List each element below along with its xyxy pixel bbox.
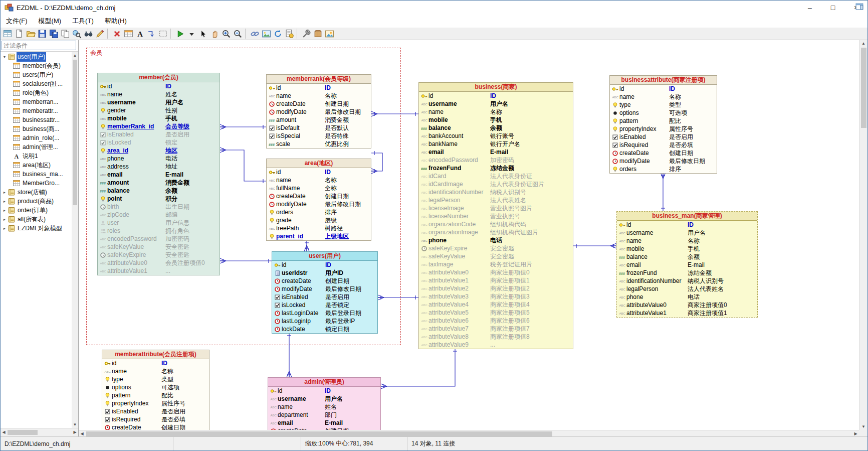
table-field-row[interactable]: isEnabled是否启用 <box>272 293 377 301</box>
tree-item-label[interactable]: role(角色) <box>22 88 50 98</box>
tree-item[interactable]: area(地区) <box>1 161 72 170</box>
table-field-row[interactable]: ABClicenseNumber营业执照号 <box>419 212 573 220</box>
tree-item[interactable]: role(角色) <box>1 88 72 97</box>
delete-icon[interactable] <box>111 28 123 39</box>
tree-item-label[interactable]: 说明1 <box>22 152 39 161</box>
cursor-icon[interactable] <box>197 28 209 39</box>
table-field-row[interactable]: isLocked锁定 <box>98 138 220 146</box>
table-field-row[interactable]: createDate创建日期 <box>102 423 209 430</box>
tree-item-label[interactable]: area(地区) <box>22 161 52 170</box>
scrollbar-thumb[interactable] <box>73 60 77 205</box>
table-title[interactable]: member(会员) <box>98 73 220 82</box>
collapse-arrow-icon[interactable]: ▼ <box>2 55 8 59</box>
table-field-row[interactable]: ABCusername用户名 <box>98 98 220 106</box>
table-field-row[interactable]: isRequired是否必填 <box>610 141 717 149</box>
table-field-row[interactable]: ###frozenFund冻结金额 <box>617 269 757 277</box>
table-field-row[interactable]: idID <box>102 359 209 367</box>
tree-item-label[interactable]: business(商... <box>22 124 60 134</box>
table-field-row[interactable]: modifyDate最后修改日期 <box>272 285 377 293</box>
tree-item-label[interactable]: order(订单) <box>17 206 49 215</box>
relation-connection-line[interactable] <box>220 150 266 181</box>
tree-item-label[interactable]: MemberGro... <box>22 179 61 187</box>
refresh-icon[interactable] <box>272 28 284 39</box>
table-field-row[interactable]: parent_id上级地区 <box>267 232 371 240</box>
table-field-row[interactable]: ABCorganizationCode组织机构代码 <box>419 220 573 228</box>
image-icon[interactable] <box>261 28 272 39</box>
table-field-row[interactable]: idID <box>610 85 717 93</box>
table-field-row[interactable]: idID <box>268 387 380 395</box>
tree-item[interactable]: ►store(店铺) <box>1 188 72 197</box>
tree-item-label[interactable]: memberattr... <box>22 107 59 115</box>
save-icon[interactable] <box>37 28 48 39</box>
open-icon[interactable] <box>25 28 37 39</box>
table-field-row[interactable]: ABCdepartment部门 <box>268 411 380 419</box>
table-field-row[interactable]: createDate创建日期 <box>268 427 380 430</box>
scroll-left-arrow[interactable]: ◀ <box>1 429 7 436</box>
maximize-button[interactable]: □ <box>821 1 844 15</box>
table-field-row[interactable]: ABCmobile手机 <box>98 114 220 122</box>
table-field-row[interactable]: ABClegalPerson法人代表姓名 <box>617 285 757 293</box>
tree-item[interactable]: ►order(订单) <box>1 206 72 215</box>
table-card[interactable]: businessattribute(商家注册项)idIDABCname名称typ… <box>609 75 717 174</box>
table-field-row[interactable]: ABCattributeValue1商家注册项值1 <box>617 309 757 317</box>
diagram-icon[interactable] <box>2 28 14 39</box>
table-title[interactable]: memberattribute(会员注册项) <box>102 350 209 359</box>
diagram-canvas[interactable]: 会员member(会员)idIDABCname姓名ABCusername用户名g… <box>79 40 855 430</box>
table-field-row[interactable]: ###amount消费金额 <box>267 116 371 124</box>
table-field-row[interactable]: isEnabled是否启用 <box>610 133 717 141</box>
save-all-icon[interactable] <box>48 28 60 39</box>
table-field-row[interactable]: propertyIndex属性序号 <box>102 399 209 407</box>
tree-item-label[interactable]: EZDML对象模型 <box>17 224 63 233</box>
table-field-row[interactable]: ABCmobile手机 <box>419 116 573 124</box>
table-card[interactable]: users(用户)idIDuserIdstr用户IDcreateDate创建日期… <box>272 251 378 334</box>
scrollbar-thumb[interactable] <box>86 431 552 436</box>
table-field-row[interactable]: memberRank_id会员等级 <box>98 122 220 130</box>
scrollbar-thumb[interactable] <box>861 48 866 128</box>
frame-icon[interactable] <box>157 28 169 39</box>
expand-arrow-icon[interactable]: ► <box>2 218 8 221</box>
tree-item-label[interactable]: socialuser(社... <box>22 79 64 89</box>
copy-icon[interactable] <box>60 28 71 39</box>
table-field-row[interactable]: createDate创建日期 <box>267 100 371 108</box>
zoom-out-icon[interactable] <box>232 28 244 39</box>
table-title[interactable]: business_man(商家管理) <box>617 212 757 221</box>
table-field-row[interactable]: idID <box>419 92 573 100</box>
tree-item[interactable]: MemberGro... <box>1 179 72 188</box>
table-field-row[interactable]: user用户信息 <box>98 219 220 227</box>
expand-arrow-icon[interactable]: ► <box>2 227 8 230</box>
scroll-up-arrow[interactable]: ▲ <box>72 52 78 59</box>
table-field-row[interactable]: ###balance余额 <box>617 253 757 261</box>
tree-item-label[interactable]: admin(管理... <box>22 142 59 152</box>
menu-item-3[interactable]: 帮助(H) <box>99 15 132 28</box>
tools-icon[interactable] <box>301 28 312 39</box>
table-field-row[interactable]: ABCidentificationNumber纳税人识别号 <box>617 277 757 285</box>
scrollbar-thumb[interactable] <box>8 430 38 435</box>
relation-connection-line[interactable] <box>381 348 455 386</box>
table-field-row[interactable]: ABCphone电话 <box>617 293 757 301</box>
table-field-row[interactable]: ABCattributeValue4商家注册项值4 <box>419 300 573 309</box>
table-field-row[interactable]: ABClegalPerson法人代表姓名 <box>419 196 573 204</box>
table-field-row[interactable]: createDate创建日期 <box>267 192 371 200</box>
table-card[interactable]: business_man(商家管理)idIDABCusername用户名ABCn… <box>616 211 758 318</box>
table-field-row[interactable]: ABCorganizationImage组织机构代证图片 <box>419 228 573 236</box>
scroll-right-arrow[interactable]: ▶ <box>72 429 78 436</box>
table-field-row[interactable]: lastLoginDate最后登录日期 <box>272 309 377 317</box>
table-title[interactable]: business(商家) <box>419 83 573 92</box>
find-icon[interactable] <box>83 28 94 39</box>
tree-item[interactable]: ▼user(用户) <box>1 52 72 61</box>
table-card[interactable]: memberrank(会员等级)idIDABCname名称createDate创… <box>266 74 371 148</box>
table-field-row[interactable]: userIdstr用户ID <box>272 269 377 277</box>
tree-item-label[interactable]: businessattr... <box>22 116 61 124</box>
table-field-row[interactable]: ABCname姓名 <box>268 403 380 411</box>
tree-item[interactable]: business_ma... <box>1 170 72 179</box>
table-field-row[interactable]: propertyIndex属性序号 <box>610 125 717 133</box>
menu-item-1[interactable]: 模型(M) <box>33 15 67 28</box>
table-field-row[interactable]: idID <box>267 84 371 92</box>
table-field-row[interactable]: ABCemailE-mail <box>98 171 220 179</box>
table-field-row[interactable]: isSpecial是否特殊 <box>267 132 371 140</box>
edit-icon[interactable] <box>94 28 106 39</box>
font-icon[interactable]: A <box>134 28 146 39</box>
table-field-row[interactable]: ABCemailE-mail <box>419 148 573 156</box>
table-card[interactable]: area(地区)idIDABCname名称ABCfullName全称create… <box>266 159 371 241</box>
table-field-row[interactable]: ABCemailE-mail <box>617 261 757 269</box>
